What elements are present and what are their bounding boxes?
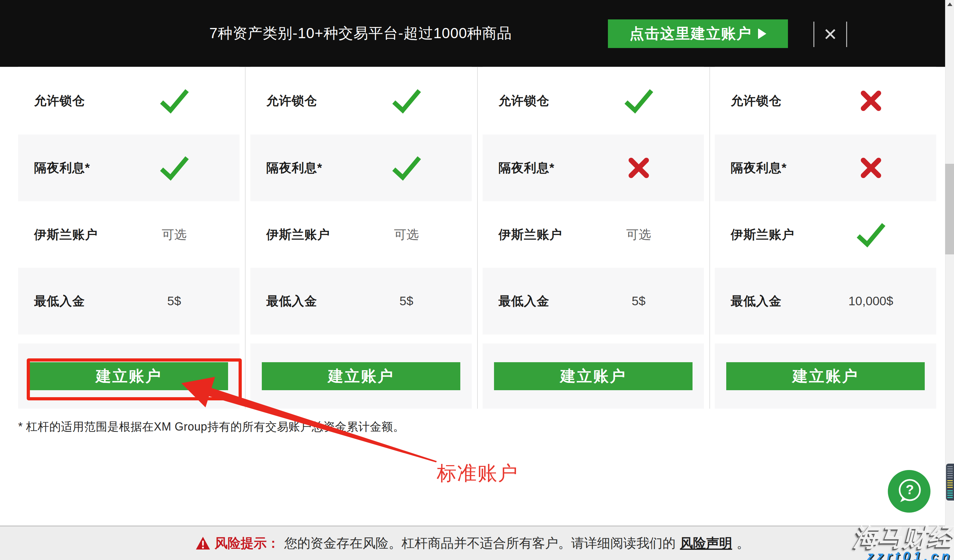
table-cell: 最低入金10,000$ <box>715 268 936 334</box>
create-account-button[interactable]: 建立账户 <box>262 362 460 390</box>
row-label: 最低入金 <box>34 292 109 310</box>
check-icon <box>391 155 422 180</box>
check-value <box>109 88 240 114</box>
text-value: 可选 <box>341 226 472 243</box>
row-gap <box>715 334 936 344</box>
row-label: 隔夜利息* <box>731 159 806 176</box>
text-value: 5$ <box>573 294 704 308</box>
table-cell: 最低入金5$ <box>483 268 704 334</box>
banner-cta-label: 点击这里建立账户 <box>630 24 752 44</box>
table-cell: 伊斯兰账户可选 <box>18 201 240 268</box>
risk-suffix: 。 <box>737 535 750 552</box>
text-value: 可选 <box>573 226 704 243</box>
account-column-2: 允许锁仓隔夜利息*伊斯兰账户可选最低入金5$建立账户 <box>250 67 472 409</box>
check-icon <box>159 88 190 114</box>
table-cell: 最低入金5$ <box>18 268 240 334</box>
account-column-standard: 允许锁仓隔夜利息*伊斯兰账户可选最低入金5$建立账户 <box>18 67 240 409</box>
check-icon <box>159 155 190 180</box>
row-label: 允许锁仓 <box>266 92 341 109</box>
side-widget-stripes-teal <box>947 490 953 498</box>
svg-text:?: ? <box>906 482 914 497</box>
button-row: 建立账户 <box>483 344 704 409</box>
button-row: 建立账户 <box>715 344 936 409</box>
text-value: 5$ <box>341 294 472 308</box>
row-label: 允许锁仓 <box>34 92 109 109</box>
table-cell: 隔夜利息* <box>250 135 472 201</box>
check-icon <box>391 88 422 114</box>
scroll-up-icon[interactable] <box>947 3 952 6</box>
row-label: 伊斯兰账户 <box>266 226 341 243</box>
promo-banner: 7种资产类别-10+种交易平台-超过1000种商品 点击这里建立账户 ✕ <box>0 0 945 67</box>
side-widget[interactable] <box>946 464 954 501</box>
row-label: 允许锁仓 <box>731 92 806 109</box>
table-cell: 允许锁仓 <box>250 67 472 135</box>
check-icon <box>856 222 886 247</box>
divider <box>846 22 847 47</box>
warning-icon <box>196 537 210 550</box>
check-value <box>109 155 240 180</box>
row-gap <box>18 334 240 344</box>
play-icon <box>758 28 766 39</box>
button-row: 建立账户 <box>18 344 240 409</box>
create-account-button[interactable]: 建立账户 <box>494 362 692 390</box>
close-icon[interactable]: ✕ <box>814 22 846 47</box>
check-value <box>806 222 936 247</box>
text-value: 5$ <box>109 294 240 308</box>
text-value: 10,000$ <box>806 294 936 308</box>
risk-body: 您的资金存在风险。杠杆商品并不适合所有客户。请详细阅读我们的 <box>284 535 676 552</box>
create-account-button[interactable]: 建立账户 <box>30 362 228 390</box>
row-label: 最低入金 <box>266 292 341 310</box>
cross-value <box>573 157 704 179</box>
risk-title: 风险提示： <box>215 535 280 552</box>
create-account-button[interactable]: 建立账户 <box>726 362 925 390</box>
help-button[interactable]: ? <box>888 470 931 513</box>
column-divider <box>709 67 710 409</box>
scrollbar-thumb[interactable] <box>945 164 954 254</box>
button-row: 建立账户 <box>250 344 472 409</box>
account-column-3: 允许锁仓隔夜利息*伊斯兰账户可选最低入金5$建立账户 <box>483 67 704 409</box>
annotation-label: 标准账户 <box>437 460 518 487</box>
side-widget-stripes-gray <box>947 466 953 479</box>
column-divider <box>477 67 478 409</box>
table-cell: 允许锁仓 <box>483 67 704 135</box>
row-gap <box>483 334 704 344</box>
banner-close-group: ✕ <box>814 22 847 47</box>
risk-statement-link[interactable]: 风险声明 <box>680 535 732 552</box>
check-value <box>341 155 472 180</box>
help-icon: ? <box>894 476 924 507</box>
text-value: 可选 <box>109 226 240 243</box>
risk-warning-bar: 风险提示： 您的资金存在风险。杠杆商品并不适合所有客户。请详细阅读我们的风险声明… <box>0 526 945 560</box>
table-cell: 伊斯兰账户可选 <box>483 201 704 268</box>
check-value <box>573 88 704 114</box>
page: 7种资产类别-10+种交易平台-超过1000种商品 点击这里建立账户 ✕ 允许锁… <box>0 0 954 560</box>
banner-cta-button[interactable]: 点击这里建立账户 <box>608 19 788 48</box>
cross-icon <box>628 157 650 179</box>
row-label: 隔夜利息* <box>34 159 109 176</box>
cross-value <box>806 90 936 112</box>
row-gap <box>250 334 472 344</box>
table-cell: 允许锁仓 <box>715 67 936 135</box>
table-cell: 最低入金5$ <box>250 268 472 334</box>
banner-headline: 7种资产类别-10+种交易平台-超过1000种商品 <box>209 0 512 67</box>
leverage-footnote: * 杠杆的适用范围是根据在XM Group持有的所有交易账户总资金累计金额。 <box>18 419 405 435</box>
cross-icon <box>860 157 882 179</box>
check-icon <box>624 88 654 114</box>
table-cell: 隔夜利息* <box>715 135 936 201</box>
row-label: 允许锁仓 <box>499 92 573 109</box>
row-label: 最低入金 <box>499 292 573 310</box>
side-widget-stripes-yellow <box>947 480 953 489</box>
cross-value <box>806 157 936 179</box>
table-cell: 伊斯兰账户 <box>715 201 936 268</box>
account-column-4: 允许锁仓隔夜利息*伊斯兰账户最低入金10,000$建立账户 <box>715 67 936 409</box>
table-cell: 允许锁仓 <box>18 67 240 135</box>
table-cell: 伊斯兰账户可选 <box>250 201 472 268</box>
row-label: 隔夜利息* <box>499 159 573 176</box>
row-label: 伊斯兰账户 <box>34 226 109 243</box>
row-label: 最低入金 <box>731 292 806 310</box>
table-cell: 隔夜利息* <box>18 135 240 201</box>
row-label: 伊斯兰账户 <box>731 226 806 243</box>
table-cell: 隔夜利息* <box>483 135 704 201</box>
column-divider <box>245 67 246 409</box>
row-label: 伊斯兰账户 <box>499 226 573 243</box>
row-label: 隔夜利息* <box>266 159 341 176</box>
